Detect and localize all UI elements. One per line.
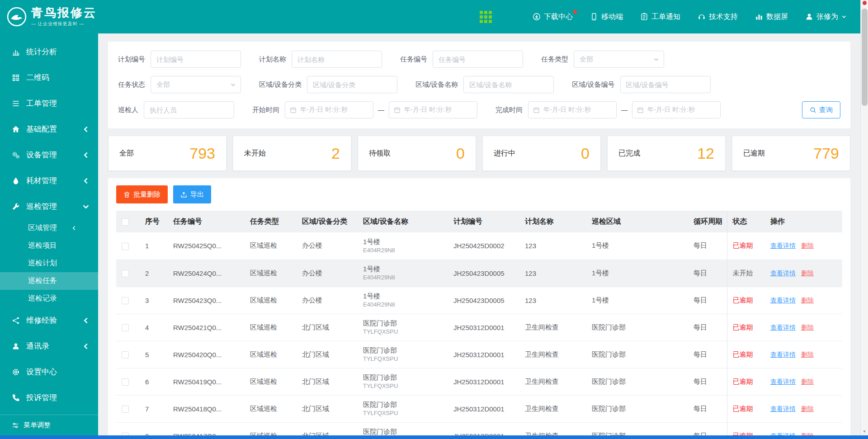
sidebar-subitem-label: 区域管理 (28, 223, 59, 233)
finish-time-date-input-2[interactable]: 年-月-日 时:分:秒 (632, 101, 721, 118)
area-name-input[interactable] (463, 76, 554, 93)
cell-task-no: RW250417Q0... (168, 422, 245, 435)
sidebar-subitem-label: 巡检计划 (28, 259, 89, 268)
view-detail-link[interactable]: 查看详情 (770, 432, 796, 436)
row-checkbox[interactable] (122, 406, 129, 413)
topbar-right: 下载中心移动端工单通知技术支持数据屏张修为 (480, 11, 860, 23)
plan-no-input[interactable] (151, 51, 241, 68)
nav-item-label: 移动端 (601, 12, 623, 22)
stat-value: 2 (331, 145, 340, 162)
view-detail-link[interactable]: 查看详情 (770, 242, 796, 249)
sidebar-item-basic-config[interactable]: 基础配置 (0, 116, 98, 142)
row-checkbox[interactable] (122, 378, 129, 386)
view-detail-link[interactable]: 查看详情 (770, 269, 796, 277)
start-time-date-input-1[interactable]: 年-月-日 时:分:秒 (285, 101, 373, 118)
nav-item-work-order-notice[interactable]: 工单通知 (640, 12, 680, 22)
stat-card-all[interactable]: 全部793 (108, 136, 226, 171)
view-detail-link[interactable]: 查看详情 (770, 351, 796, 358)
task-status-select[interactable]: 全部 (151, 76, 241, 93)
inspector-label: 巡检人 (118, 106, 138, 114)
apps-grid-icon[interactable] (480, 11, 492, 23)
export-button[interactable]: 导出 (173, 185, 211, 203)
view-detail-link[interactable]: 查看详情 (770, 297, 796, 304)
logo[interactable]: 青鸟报修云 — 让企业维保更及时 — (0, 6, 104, 27)
scrollbar-down-arrow[interactable]: ▼ (861, 428, 868, 435)
delete-link[interactable]: 删除 (801, 351, 814, 358)
delete-link[interactable]: 删除 (801, 324, 814, 331)
sidebar-item-contacts[interactable]: 通讯录 (0, 333, 98, 359)
search-button[interactable]: 查询 (802, 101, 840, 118)
row-checkbox[interactable] (122, 324, 129, 331)
area-no-input[interactable] (620, 76, 711, 93)
batch-delete-button[interactable]: 批量删除 (116, 185, 168, 203)
delete-link[interactable]: 删除 (801, 405, 814, 412)
view-detail-link[interactable]: 查看详情 (770, 405, 796, 412)
delete-link[interactable]: 删除 (801, 269, 814, 277)
finish-time-date-input-1[interactable]: 年-月-日 时:分:秒 (528, 101, 617, 118)
area-category-input[interactable] (307, 76, 397, 93)
sidebar-item-consumables[interactable]: 耗材管理 (0, 168, 98, 194)
view-detail-link[interactable]: 查看详情 (770, 378, 796, 385)
area-name-text: 医院门诊部 (363, 400, 443, 409)
sidebar-item-stats-analysis[interactable]: 统计分析 (0, 39, 98, 65)
task-type-select[interactable]: 全部 (574, 51, 664, 68)
sidebar-item-qrcode[interactable]: 二维码 (0, 65, 98, 90)
nav-item-data-screen[interactable]: 数据屏 (755, 12, 788, 22)
row-checkbox[interactable] (122, 351, 129, 359)
gear-icon (12, 368, 20, 376)
sidebar-subitem-inspection-items[interactable]: 巡检项目 (0, 237, 98, 255)
sidebar-item-work-orders[interactable]: 工单管理 (0, 90, 98, 116)
start-time-date-input-2[interactable]: 年-月-日 时:分:秒 (389, 101, 477, 118)
sidebar-footer-menu-adjust[interactable]: 菜单调整 (0, 415, 98, 435)
scrollbar-thumb[interactable] (862, 9, 868, 106)
sidebar-subitem-inspection-records[interactable]: 巡检记录 (0, 290, 98, 307)
logo-text: 青鸟报修云 — 让企业维保更及时 — (31, 6, 97, 27)
nav-item-download-center[interactable]: 下载中心 (533, 12, 573, 22)
sidebar-subitem-label: 巡检项目 (28, 241, 89, 250)
stat-card-pending-claim[interactable]: 待领取0 (358, 136, 476, 171)
header-checkbox[interactable] (122, 218, 129, 226)
filter-area-category: 区域/设备分类 (259, 76, 397, 93)
sidebar-item-inspection[interactable]: 巡检管理 (0, 194, 98, 219)
logo-title: 青鸟报修云 (31, 6, 97, 19)
cell-status: 已逾期 (727, 314, 765, 341)
delete-link[interactable]: 删除 (801, 242, 814, 249)
sidebar-subitem-inspection-tasks[interactable]: 巡检任务 (0, 272, 98, 290)
row-checkbox[interactable] (122, 243, 129, 250)
view-detail-link[interactable]: 查看详情 (770, 324, 796, 331)
stat-card-in-progress[interactable]: 进行中0 (482, 136, 601, 171)
task-no-input[interactable] (433, 51, 523, 68)
delete-link[interactable]: 删除 (801, 432, 814, 436)
row-checkbox[interactable] (122, 270, 129, 277)
column-header-ops: 操作 (765, 211, 842, 232)
cell-plan-name: 123 (519, 287, 586, 314)
stat-card-completed[interactable]: 已完成12 (607, 136, 726, 171)
filter-inspector: 巡检人 (118, 101, 234, 118)
sidebar-item-equipment[interactable]: 设备管理 (0, 142, 98, 168)
cell-category: 办公楼 (297, 260, 358, 287)
nav-item-user[interactable]: 张修为 (805, 12, 847, 22)
sidebar-subitem-inspection-plans[interactable]: 巡检计划 (0, 255, 98, 272)
sidebar-item-complaints[interactable]: 投诉管理 (0, 385, 98, 411)
nav-item-mobile[interactable]: 移动端 (590, 12, 623, 22)
sidebar-subitem-area-management[interactable]: 区域管理 (0, 219, 98, 237)
stat-card-overdue[interactable]: 已逾期779 (732, 136, 850, 171)
row-checkbox[interactable] (122, 297, 129, 304)
nav-item-tech-support[interactable]: 技术支持 (698, 12, 738, 22)
stat-card-not-started[interactable]: 未开始2 (233, 136, 351, 171)
inspector-input[interactable] (144, 101, 234, 118)
cell-status: 已逾期 (727, 232, 765, 260)
sidebar-item-settings[interactable]: 设置中心 (0, 359, 98, 385)
plan-name-input[interactable] (292, 51, 382, 68)
delete-link[interactable]: 删除 (801, 297, 814, 304)
delete-link[interactable]: 删除 (801, 378, 814, 385)
sidebar-item-label: 通讯录 (26, 341, 75, 351)
bar-chart-icon (12, 48, 20, 56)
column-header-task-type: 任务类型 (245, 211, 297, 232)
vertical-scrollbar[interactable]: ▲ ▼ (860, 0, 868, 435)
export-icon (180, 191, 187, 198)
status-badge: 已逾期 (733, 432, 753, 436)
table-row: 3RW250423Q0...区域巡检办公楼1号楼E404R29N8JH25042… (116, 287, 842, 314)
sidebar-menu: 统计分析二维码工单管理基础配置设备管理耗材管理巡检管理区域管理巡检项目巡检计划巡… (0, 33, 98, 411)
sidebar-item-repair-experience[interactable]: 维修经验 (0, 307, 98, 333)
